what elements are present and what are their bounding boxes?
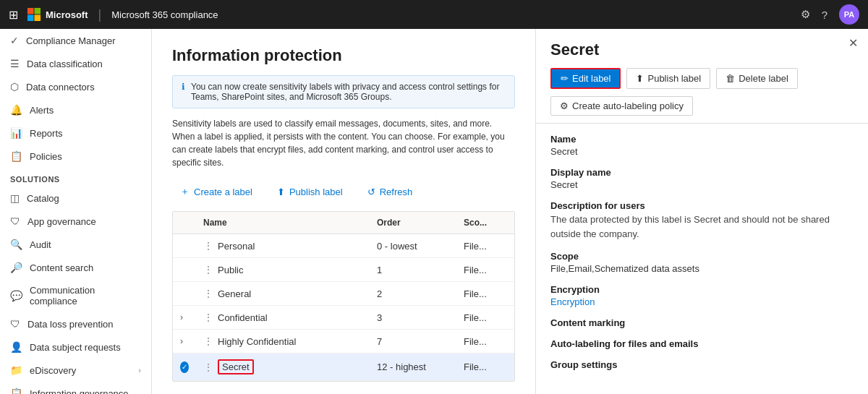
sidebar-item-data-subject-requests[interactable]: 👤 Data subject requests (0, 335, 151, 359)
panel-close-button[interactable]: ✕ (848, 36, 858, 50)
col-check (173, 212, 196, 234)
publish-label-text: Publish label (289, 187, 343, 197)
refresh-text: Refresh (380, 187, 413, 197)
publish-label-button[interactable]: ⬆ Publish label (269, 182, 351, 202)
sidebar-item-label: Content search (30, 262, 93, 273)
sidebar-item-communication-compliance[interactable]: 💬 Communication compliance (0, 279, 151, 312)
delete-label-text: Delete label (739, 73, 788, 84)
delete-label-button[interactable]: 🗑 Delete label (716, 68, 798, 89)
sidebar-item-audit[interactable]: 🔍 Audit (0, 233, 151, 256)
row-name: Highly Confidential (218, 336, 296, 347)
encryption-value[interactable]: Encryption (550, 296, 854, 307)
sidebar-item-app-governance[interactable]: 🛡 App governance (0, 210, 151, 233)
row-check-cell: › (173, 307, 196, 328)
edit-label-button[interactable]: ✏ Edit label (550, 68, 621, 89)
selected-check-icon: ✓ (180, 361, 189, 373)
sidebar-item-ediscovery[interactable]: 📁 eDiscovery › (0, 359, 151, 382)
row-check-cell: › (173, 330, 196, 352)
audit-icon: 🔍 (10, 239, 22, 250)
row-order: 0 - lowest (370, 235, 456, 257)
auto-labeling-field: Auto-labeling for files and emails (550, 338, 854, 349)
encryption-field: Encryption Encryption (550, 284, 854, 307)
svg-rect-2 (27, 14, 34, 21)
auto-labeling-policy-button[interactable]: ⚙ Create auto-labeling policy (550, 96, 693, 116)
row-name: Public (218, 265, 243, 275)
communication-compliance-icon: 💬 (10, 290, 22, 301)
sidebar-item-data-classification[interactable]: ☰ Data classification (0, 52, 151, 75)
refresh-button[interactable]: ↺ Refresh (359, 182, 421, 202)
row-name-cell: ⋮ Confidential (196, 306, 370, 329)
create-label-button[interactable]: ＋ Create a label (172, 181, 260, 202)
table-row[interactable]: › ⋮ Confidential 3 File... (173, 306, 514, 330)
sidebar-item-information-governance[interactable]: 📋 Information governance (0, 382, 151, 394)
sidebar-item-label: Compliance Manager (26, 35, 116, 46)
row-scope: File... (456, 235, 514, 257)
compliance-manager-icon: ✓ (10, 35, 19, 46)
table-row[interactable]: ⋮ Personal 0 - lowest File... (173, 234, 514, 258)
edit-label-text: Edit label (572, 73, 610, 84)
sidebar-item-label: Data connectors (26, 82, 95, 93)
content-marking-label: Content marking (550, 317, 854, 328)
sidebar-item-label: Information governance (30, 388, 129, 395)
auto-labeling-label: Auto-labeling for files and emails (550, 338, 854, 349)
table-row[interactable]: ⋮ General 2 File... (173, 282, 514, 306)
row-name-cell: ⋮ Public (196, 258, 370, 281)
sidebar-item-label: eDiscovery (30, 365, 76, 376)
sidebar-item-compliance-manager[interactable]: ✓ Compliance Manager (0, 29, 151, 52)
row-menu-icon[interactable]: ⋮ (203, 264, 213, 275)
sidebar-item-catalog[interactable]: ◫ Catalog (0, 187, 151, 210)
row-menu-icon[interactable]: ⋮ (203, 240, 213, 252)
row-menu-icon[interactable]: ⋮ (203, 361, 213, 373)
avatar[interactable]: PA (839, 4, 859, 25)
data-classification-icon: ☰ (10, 58, 20, 69)
data-loss-prevention-icon: 🛡 (10, 318, 20, 330)
table-row[interactable]: ⋮ Public 1 File... (173, 258, 514, 282)
content-marking-field: Content marking (550, 317, 854, 328)
settings-icon[interactable]: ⚙ (801, 8, 810, 21)
display-name-field: Display name Secret (550, 167, 854, 190)
row-order: 3 (370, 307, 456, 329)
display-name-label: Display name (550, 167, 854, 178)
description-label: Description for users (550, 200, 854, 211)
help-icon[interactable]: ? (822, 9, 827, 21)
scope-field: Scope File,Email,Schematized data assets (550, 251, 854, 274)
sidebar-item-label: Data loss prevention (27, 319, 114, 330)
publish-panel-icon: ⬆ (636, 73, 644, 84)
sidebar-item-data-connectors[interactable]: ⬡ Data connectors (0, 75, 151, 98)
row-menu-icon[interactable]: ⋮ (203, 288, 213, 299)
auto-label-icon: ⚙ (560, 100, 569, 111)
policies-icon: 📋 (10, 150, 22, 162)
sidebar-item-alerts[interactable]: 🔔 Alerts (0, 98, 151, 121)
plus-icon: ＋ (180, 185, 190, 198)
solutions-section-label: Solutions (0, 168, 151, 187)
data-connectors-icon: ⬡ (10, 81, 19, 93)
refresh-icon: ↺ (367, 187, 375, 197)
col-order[interactable]: Order (370, 212, 456, 234)
edit-icon: ✏ (561, 73, 569, 84)
col-name[interactable]: Name (196, 212, 370, 234)
expand-icon[interactable]: › (180, 336, 183, 346)
row-scope: File... (456, 330, 514, 353)
sidebar-item-label: Alerts (30, 105, 54, 116)
expand-icon[interactable]: › (180, 312, 183, 322)
col-scope[interactable]: Sco... (456, 212, 514, 234)
sidebar-item-reports[interactable]: 📊 Reports (0, 121, 151, 145)
sidebar-item-data-loss-prevention[interactable]: 🛡 Data loss prevention (0, 312, 151, 335)
encryption-label: Encryption (550, 284, 854, 295)
row-menu-icon[interactable]: ⋮ (203, 312, 213, 323)
row-order: 1 (370, 259, 456, 281)
waffle-icon[interactable]: ⊞ (9, 8, 18, 22)
panel-title: Secret (550, 40, 854, 59)
row-menu-icon[interactable]: ⋮ (203, 335, 213, 347)
row-name: General (218, 288, 251, 299)
sidebar-item-content-search[interactable]: 🔎 Content search (0, 256, 151, 279)
table-row[interactable]: › ⋮ Highly Confidential 7 File... (173, 330, 514, 354)
information-governance-icon: 📋 (10, 387, 22, 394)
sidebar-item-policies[interactable]: 📋 Policies (0, 145, 151, 168)
panel-body: Name Secret Display name Secret Descript… (536, 124, 868, 390)
row-name: Personal (218, 241, 255, 252)
table-row-secret[interactable]: ✓ ⋮ Secret 12 - highest File... (173, 354, 514, 381)
publish-label-panel-button[interactable]: ⬆ Publish label (626, 68, 710, 89)
alerts-icon: 🔔 (10, 104, 22, 116)
row-name-cell: ⋮ Personal (196, 234, 370, 257)
